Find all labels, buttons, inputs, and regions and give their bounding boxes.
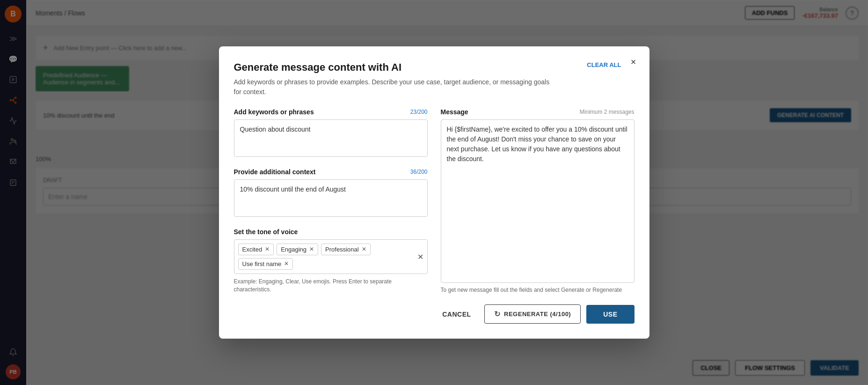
tone-tag-excited[interactable]: Excited ✕ bbox=[238, 244, 274, 255]
keywords-input[interactable]: Question about discount bbox=[234, 119, 428, 157]
tone-tag-excited-remove[interactable]: ✕ bbox=[265, 246, 270, 252]
right-panel: Message Minimum 2 messages Hi {$firstNam… bbox=[441, 108, 635, 294]
tone-tag-excited-text: Excited bbox=[242, 246, 263, 253]
tone-hint: Example: Engaging, Clear, Use emojis. Pr… bbox=[234, 278, 428, 294]
keywords-label: Add keywords or phrases bbox=[234, 108, 314, 116]
ai-content-modal: × CLEAR ALL Generate message content wit… bbox=[219, 46, 649, 339]
message-textarea[interactable]: Hi {$firstName}, we're excited to offer … bbox=[441, 119, 635, 283]
regenerate-label: REGENERATE (4/100) bbox=[504, 311, 571, 318]
context-section: Provide additional context 36/200 10% di… bbox=[234, 168, 428, 219]
modal-body: Add keywords or phrases 23/200 Question … bbox=[234, 108, 635, 294]
tone-tag-firstname-text: Use first name bbox=[242, 260, 282, 267]
keywords-section: Add keywords or phrases 23/200 Question … bbox=[234, 108, 428, 159]
clear-all-button[interactable]: CLEAR ALL bbox=[587, 61, 621, 68]
tone-tag-professional[interactable]: Professional ✕ bbox=[321, 244, 371, 255]
tone-clear-all-icon[interactable]: ✕ bbox=[417, 252, 423, 261]
context-input[interactable]: 10% discount until the end of August bbox=[234, 179, 428, 217]
message-hint: To get new message fill out the fields a… bbox=[441, 287, 635, 293]
tone-tag-engaging[interactable]: Engaging ✕ bbox=[277, 244, 318, 255]
regenerate-icon: ↻ bbox=[494, 310, 501, 318]
tone-label: Set the tone of voice bbox=[234, 228, 298, 236]
keywords-count: 23/200 bbox=[410, 109, 428, 115]
tone-tag-professional-remove[interactable]: ✕ bbox=[362, 246, 366, 252]
modal-overlay[interactable]: × CLEAR ALL Generate message content wit… bbox=[0, 0, 868, 385]
modal-close-button[interactable]: × bbox=[627, 56, 640, 69]
tone-tag-engaging-text: Engaging bbox=[281, 246, 306, 253]
modal-subtitle: Add keywords or phrases to provide examp… bbox=[234, 77, 552, 97]
tone-tag-firstname[interactable]: Use first name ✕ bbox=[238, 258, 293, 270]
cancel-button[interactable]: CANCEL bbox=[435, 307, 478, 322]
regenerate-button[interactable]: ↻ REGENERATE (4/100) bbox=[484, 304, 581, 324]
context-count: 36/200 bbox=[410, 169, 428, 175]
left-panel: Add keywords or phrases 23/200 Question … bbox=[234, 108, 428, 294]
tone-tags-container[interactable]: Excited ✕ Engaging ✕ ✕ Professional ✕ bbox=[234, 239, 428, 274]
min-messages-label: Minimum 2 messages bbox=[580, 109, 635, 115]
tone-tag-engaging-remove[interactable]: ✕ bbox=[309, 246, 314, 252]
modal-footer: CANCEL ↻ REGENERATE (4/100) USE bbox=[234, 304, 635, 324]
use-button[interactable]: USE bbox=[586, 305, 634, 324]
tone-tag-firstname-remove[interactable]: ✕ bbox=[284, 261, 289, 267]
context-label: Provide additional context bbox=[234, 168, 316, 176]
message-label: Message bbox=[441, 108, 468, 116]
modal-title: Generate message content with AI bbox=[234, 61, 635, 74]
tone-tag-professional-text: Professional bbox=[325, 246, 359, 253]
tone-section: Set the tone of voice Excited ✕ Engaging… bbox=[234, 228, 428, 294]
